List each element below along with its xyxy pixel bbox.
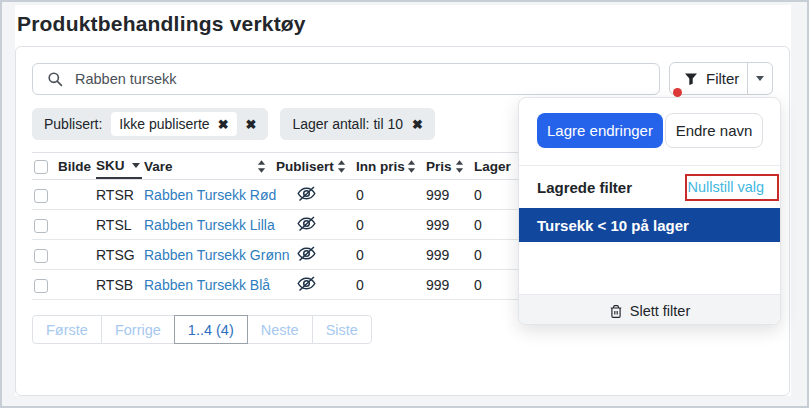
bilde-cell (54, 270, 92, 300)
inn-pris-cell: 0 (352, 210, 422, 240)
filter-button[interactable]: Filter (670, 63, 747, 94)
product-link[interactable]: Rabben Tursekk Lilla (144, 217, 275, 233)
row-checkbox[interactable] (34, 249, 48, 263)
column-header-bilde[interactable]: Bilde (54, 153, 92, 180)
column-header-pris[interactable]: Pris (422, 153, 470, 180)
inn-pris-cell: 0 (352, 240, 422, 270)
filter-button-label: Filter (706, 70, 739, 87)
funnel-icon (684, 72, 698, 86)
delete-filter-label: Slett filter (630, 303, 690, 319)
select-all-checkbox[interactable] (34, 160, 48, 174)
column-header-vare[interactable]: Vare (140, 153, 272, 180)
eye-slash-icon[interactable] (296, 273, 317, 294)
column-header-inn-pris[interactable]: Inn pris (352, 153, 422, 180)
sku-cell: RTSR (92, 180, 140, 210)
column-header-sku[interactable]: SKU (92, 153, 140, 180)
product-link[interactable]: Rabben Tursekk Rød (144, 187, 276, 203)
pris-cell: 999 (422, 240, 470, 270)
eye-slash-icon[interactable] (296, 243, 317, 264)
remove-value-icon[interactable]: ✖ (218, 118, 229, 131)
column-header-inn-pris-label: Inn pris (356, 159, 405, 174)
filter-dropdown-panel: Lagre endringer Endre navn Lagrede filte… (518, 97, 781, 325)
pris-cell: 999 (422, 180, 470, 210)
chip-publisert-value: Ikke publiserte (119, 116, 209, 132)
saved-filters-label: Lagrede filter (537, 179, 632, 196)
bilde-cell (54, 240, 92, 270)
toolbar: Filter (32, 62, 773, 95)
remove-chip-icon[interactable]: ✖ (246, 118, 257, 131)
rename-button[interactable]: Endre navn (665, 113, 763, 148)
product-link[interactable]: Rabben Tursekk Blå (144, 277, 270, 293)
saved-filters-empty-space (519, 242, 780, 294)
filter-split-button: Filter (669, 62, 773, 95)
column-header-publisert[interactable]: Publisert (272, 153, 352, 180)
sort-icon[interactable] (337, 160, 346, 173)
search-input[interactable] (32, 63, 660, 95)
pagination-first-button[interactable]: Første (32, 315, 102, 344)
row-checkbox[interactable] (34, 279, 48, 293)
eye-slash-icon[interactable] (296, 213, 317, 234)
filter-dropdown-toggle[interactable] (747, 63, 772, 94)
page-title: Produktbehandlings verktøy (17, 12, 306, 36)
sku-cell: RTSL (92, 210, 140, 240)
sku-cell: RTSG (92, 240, 140, 270)
search-field-wrap (32, 63, 660, 95)
pris-cell: 999 (422, 210, 470, 240)
bilde-cell (54, 180, 92, 210)
pagination-last-button[interactable]: Siste (312, 315, 372, 344)
delete-filter-button[interactable]: Slett filter (519, 294, 780, 325)
column-header-vare-label: Vare (144, 159, 173, 174)
chip-publisert-prefix: Publisert: (44, 116, 102, 132)
chevron-down-icon (756, 76, 764, 81)
sku-cell: RTSB (92, 270, 140, 300)
column-header-pris-label: Pris (426, 159, 452, 174)
row-checkbox[interactable] (34, 219, 48, 233)
row-checkbox[interactable] (34, 189, 48, 203)
saved-filters-header: Lagrede filter Nullstill valg (519, 166, 780, 208)
sort-icon[interactable] (455, 160, 464, 173)
chip-publisert-value-pill: Ikke publiserte ✖ (111, 112, 236, 136)
remove-chip-icon[interactable]: ✖ (412, 118, 423, 131)
chip-lager-label: Lager antall: til 10 (292, 116, 403, 132)
chip-publisert: Publisert: Ikke publiserte ✖ ✖ (32, 108, 268, 140)
sort-desc-icon (132, 163, 140, 168)
pagination-next-button[interactable]: Neste (247, 315, 313, 344)
chip-lager-antall: Lager antall: til 10 ✖ (280, 108, 434, 140)
sort-icon[interactable] (407, 160, 416, 173)
pris-cell: 999 (422, 270, 470, 300)
column-header-sku-label: SKU (96, 158, 125, 173)
inn-pris-cell: 0 (352, 270, 422, 300)
saved-filter-item-selected[interactable]: Tursekk < 10 på lager (519, 208, 780, 242)
trash-icon (609, 304, 623, 319)
active-filter-badge (673, 88, 682, 97)
screenshot-frame: Produktbehandlings verktøy (0, 0, 809, 408)
bilde-cell (54, 210, 92, 240)
save-changes-button[interactable]: Lagre endringer (537, 113, 663, 148)
product-link[interactable]: Rabben Tursekk Grønn (144, 247, 290, 263)
reset-selection-link[interactable]: Nullstill valg (687, 179, 764, 195)
eye-slash-icon[interactable] (296, 183, 317, 204)
pagination-current-page[interactable]: 1..4 (4) (174, 315, 248, 344)
panel-buttons: Lagre endringer Endre navn (519, 98, 780, 148)
inn-pris-cell: 0 (352, 180, 422, 210)
column-header-publisert-label: Publisert (276, 159, 334, 174)
product-tool-app: Produktbehandlings verktøy (15, 5, 791, 396)
sort-icon[interactable] (257, 160, 266, 173)
pagination-prev-button[interactable]: Forrige (101, 315, 175, 344)
search-icon (47, 71, 63, 87)
